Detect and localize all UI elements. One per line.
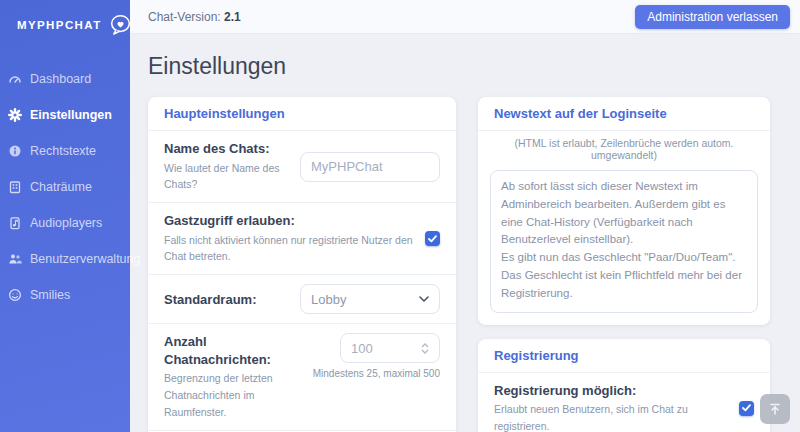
leave-administration-button[interactable]: Administration verlassen bbox=[635, 5, 790, 29]
registration-card-title: Registrierung bbox=[478, 339, 770, 373]
message-count-label: Anzahl Chatnachrichten: bbox=[164, 333, 303, 368]
registration-possible-label: Registrierung möglich: bbox=[494, 382, 729, 400]
message-count-row: Anzahl Chatnachrichten: Begrenzung der l… bbox=[148, 324, 456, 430]
registration-possible-checkbox[interactable] bbox=[739, 401, 754, 416]
sidebar-item-label: Einstellungen bbox=[30, 108, 112, 122]
rooms-icon bbox=[8, 180, 22, 194]
sidebar-nav: Dashboard Einstellungen bbox=[0, 49, 130, 313]
sidebar-item-einstellungen[interactable]: Einstellungen bbox=[0, 97, 130, 133]
chat-name-row: Name des Chats: Wie lautet der Name des … bbox=[148, 131, 456, 203]
message-count-help: Begrenzung der letzten Chatnachrichten i… bbox=[164, 370, 303, 420]
default-room-label: Standardraum: bbox=[164, 291, 290, 309]
chat-name-input[interactable]: MyPHPChat bbox=[300, 152, 440, 182]
sidebar-item-label: Benutzerverwaltung bbox=[30, 252, 140, 266]
check-icon bbox=[428, 235, 437, 243]
guest-access-row: Gastzugriff erlauben: Falls nicht aktivi… bbox=[148, 203, 456, 275]
chat-version-value: 2.1 bbox=[224, 10, 241, 24]
sidebar-item-dashboard[interactable]: Dashboard bbox=[0, 61, 130, 97]
sidebar-item-audioplayers[interactable]: Audioplayers bbox=[0, 205, 130, 241]
guest-access-label: Gastzugriff erlauben: bbox=[164, 212, 415, 230]
sidebar-item-rechtstexte[interactable]: Rechtstexte bbox=[0, 133, 130, 169]
main-settings-card: Haupteinstellungen Name des Chats: Wie l… bbox=[148, 97, 456, 432]
newstext-card: Newstext auf der Loginseite (HTML ist er… bbox=[478, 97, 770, 325]
chat-version-label: Chat-Version: bbox=[148, 10, 221, 24]
sidebar-item-label: Rechtstexte bbox=[30, 144, 96, 158]
audio-player-icon bbox=[8, 216, 22, 230]
sidebar-item-label: Dashboard bbox=[30, 72, 91, 86]
info-circle-icon bbox=[8, 144, 22, 158]
newstext-hint: (HTML ist erlaubt, Zeilenbrüche werden a… bbox=[478, 131, 770, 163]
message-count-note: Mindestens 25, maximal 500 bbox=[313, 368, 440, 379]
main-content: Einstellungen Haupteinstellungen Name de… bbox=[130, 35, 800, 432]
check-icon bbox=[742, 404, 751, 412]
guest-access-checkbox[interactable] bbox=[425, 231, 440, 246]
sidebar-item-label: Audioplayers bbox=[30, 216, 102, 230]
sidebar-item-benutzerverwaltung[interactable]: Benutzerverwaltung bbox=[0, 241, 130, 277]
number-spinner-icon[interactable] bbox=[421, 343, 429, 354]
sidebar-item-label: Chaträume bbox=[30, 180, 92, 194]
topbar: Chat-Version: 2.1 Administration verlass… bbox=[130, 0, 800, 34]
smiley-icon bbox=[8, 288, 22, 302]
chevron-down-icon bbox=[419, 296, 429, 302]
scroll-to-top-button[interactable] bbox=[760, 394, 790, 424]
app-name: MYPHPCHAT bbox=[17, 19, 102, 31]
message-count-value: 100 bbox=[351, 341, 373, 356]
chat-name-help: Wie lautet der Name des Chats? bbox=[164, 160, 290, 194]
sidebar-item-smilies[interactable]: Smilies bbox=[0, 277, 130, 313]
chat-name-label: Name des Chats: bbox=[164, 140, 290, 158]
newstext-textarea[interactable]: Ab sofort lässt sich dieser Newstext im … bbox=[490, 170, 758, 313]
newstext-card-title: Newstext auf der Loginseite bbox=[478, 97, 770, 131]
guest-access-help: Falls nicht aktiviert können nur registr… bbox=[164, 232, 415, 266]
users-icon bbox=[8, 252, 22, 266]
app-logo[interactable]: MYPHPCHAT bbox=[0, 0, 130, 49]
default-room-row: Standardraum: Lobby bbox=[148, 275, 456, 324]
sidebar-item-chatraeume[interactable]: Chaträume bbox=[0, 169, 130, 205]
speech-bubble-heart-icon bbox=[109, 13, 132, 36]
arrow-to-top-icon bbox=[768, 402, 782, 416]
gauge-icon bbox=[8, 72, 22, 86]
default-room-select[interactable]: Lobby bbox=[300, 284, 440, 314]
chat-version: Chat-Version: 2.1 bbox=[148, 10, 241, 24]
page-title: Einstellungen bbox=[148, 53, 788, 80]
registration-card: Registrierung Registrierung möglich: Erl… bbox=[478, 339, 770, 432]
message-count-input[interactable]: 100 bbox=[340, 333, 440, 363]
default-room-value: Lobby bbox=[311, 292, 346, 307]
main-settings-card-title: Haupteinstellungen bbox=[148, 97, 456, 131]
sidebar: MYPHPCHAT Dashboard bbox=[0, 0, 130, 432]
registration-possible-help: Erlaubt neuen Benutzern, sich im Chat zu… bbox=[494, 401, 729, 432]
registration-possible-row: Registrierung möglich: Erlaubt neuen Ben… bbox=[478, 373, 770, 432]
gear-icon bbox=[8, 108, 22, 122]
sidebar-item-label: Smilies bbox=[30, 288, 70, 302]
